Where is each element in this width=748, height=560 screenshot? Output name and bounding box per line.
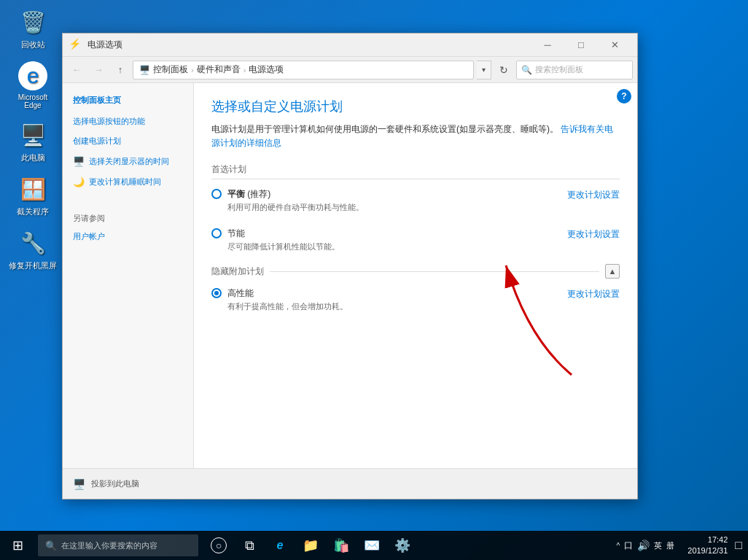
plan-item-highperf: 高性能 有利于提高性能，但会增加功耗。 更改计划设置 [211, 284, 620, 315]
notification-icon[interactable]: □ [735, 539, 742, 552]
edge-icon: e [18, 61, 47, 90]
plan-item-balanced: 平衡 (推荐) 利用可用的硬件自动平衡功耗与性能。 更改计划设置 [211, 185, 620, 216]
main-description: 电源计划是用于管理计算机如何使用电源的一套硬件和系统设置(如显示器亮度、睡眠等)… [211, 122, 620, 150]
balanced-info: 平衡 (推荐) 利用可用的硬件自动平衡功耗与性能。 [227, 188, 567, 213]
highperf-radio[interactable] [211, 288, 222, 298]
window-titlebar: ⚡ 电源选项 ─ □ ✕ [63, 34, 637, 57]
help-button[interactable]: ? [617, 89, 631, 104]
sidebar-create-plan[interactable]: 创建电源计划 [63, 131, 193, 151]
powersave-desc: 尽可能降低计算机性能以节能。 [227, 241, 567, 252]
footer-text: 投影到此电脑 [91, 478, 139, 489]
clock-date: 2019/12/31 [687, 545, 728, 556]
path-segment-2: 硬件和声音 [197, 63, 241, 76]
path-dropdown[interactable]: ▾ [477, 61, 491, 79]
system-tray: ^ 口 🔊 英 册 [611, 540, 681, 552]
sidebar-choose-power[interactable]: 选择电源按钮的功能 [63, 112, 193, 131]
ime-indicator[interactable]: 册 [666, 540, 674, 551]
desktop-icon-recycle[interactable]: 🗑️ 回收站 [7, 7, 58, 50]
programs-icon: 🪟 [18, 174, 47, 203]
taskbar-explorer[interactable]: 📁 [296, 531, 325, 560]
refresh-button[interactable]: ↻ [494, 61, 513, 79]
maximize-button[interactable]: □ [564, 34, 598, 57]
programs-label: 截关程序 [17, 206, 49, 217]
keyboard-icon: 口 [624, 540, 633, 552]
cortana-icon: ○ [211, 537, 227, 553]
show-hidden-icon[interactable]: ^ [617, 542, 620, 550]
main-content: ? 选择或自定义电源计划 电源计划是用于管理计算机如何使用电源的一套硬件和系统设… [194, 83, 637, 468]
desktop-icon-repair[interactable]: 🔧 修复开机黑屏 [7, 228, 58, 271]
path-segment-3: 电源选项 [249, 63, 284, 76]
start-button[interactable]: ⊞ [0, 531, 35, 560]
search-box[interactable]: 🔍 搜索控制面板 [516, 61, 633, 79]
powersave-change-link[interactable]: 更改计划设置 [567, 228, 620, 241]
taskbar-search-placeholder: 在这里输入你要搜索的内容 [61, 540, 157, 551]
main-title: 选择或自定义电源计划 [211, 98, 620, 115]
window-footer: 🖥️ 投影到此电脑 [63, 468, 637, 499]
window-title: 电源选项 [87, 39, 531, 51]
edge-label: MicrosoftEdge [18, 93, 48, 109]
sidebar-title[interactable]: 控制面板主页 [63, 92, 193, 112]
section-line [270, 271, 599, 272]
taskbar-search[interactable]: 🔍 在这里输入你要搜索的内容 [38, 534, 198, 556]
taskbar-right: ^ 口 🔊 英 册 17:42 2019/12/31 □ [611, 534, 748, 557]
taskbar-apps: ○ ⧉ e 📁 🛍️ ✉️ ⚙️ [204, 531, 417, 560]
desktop-icon-edge[interactable]: e MicrosoftEdge [7, 61, 58, 109]
path-icon: 🖥️ [139, 65, 150, 75]
monitor-icon: 🖥️ [73, 156, 85, 168]
balanced-desc: 利用可用的硬件自动平衡功耗与性能。 [227, 202, 567, 213]
mail-icon: ✉️ [364, 537, 380, 553]
sleep-icon: 🌙 [73, 176, 85, 188]
sidebar: 控制面板主页 选择电源按钮的功能 创建电源计划 🖥️ 选择关闭显示器的时间 🌙 … [63, 83, 194, 468]
language-indicator: 英 [654, 540, 662, 551]
highperf-info: 高性能 有利于提高性能，但会增加功耗。 [227, 287, 567, 312]
taskbar-edge[interactable]: e [265, 531, 295, 560]
hidden-section[interactable]: 隐藏附加计划 ▲ [211, 264, 620, 279]
volume-icon[interactable]: 🔊 [637, 540, 650, 551]
sidebar-choose-display[interactable]: 🖥️ 选择关闭显示器的时间 [63, 152, 193, 172]
window-controls: ─ □ ✕ [531, 34, 631, 57]
desktop-icon-computer[interactable]: 🖥️ 此电脑 [7, 120, 58, 163]
balanced-change-link[interactable]: 更改计划设置 [567, 189, 620, 201]
footer-icon: 🖥️ [73, 478, 85, 490]
highperf-change-link[interactable]: 更改计划设置 [567, 288, 620, 300]
preferred-section-title: 首选计划 [211, 163, 620, 179]
taskbar: ⊞ 🔍 在这里输入你要搜索的内容 ○ ⧉ e 📁 🛍️ ✉️ [0, 531, 748, 560]
balanced-name: 平衡 (推荐) [227, 188, 567, 201]
back-button[interactable]: ← [67, 61, 86, 79]
settings-icon: ⚙️ [394, 537, 410, 553]
balanced-radio[interactable] [211, 189, 222, 199]
recycle-bin-label: 回收站 [21, 39, 45, 50]
path-segment-1: 控制面板 [153, 63, 188, 76]
explorer-icon: 📁 [303, 537, 319, 553]
window-body: 控制面板主页 选择电源按钮的功能 创建电源计划 🖥️ 选择关闭显示器的时间 🌙 … [63, 83, 637, 468]
sidebar-sleep-time[interactable]: 🌙 更改计算机睡眠时间 [63, 172, 193, 192]
address-bar: ← → ↑ 🖥️ 控制面板 › 硬件和声音 › 电源选项 ▾ ↻ 🔍 搜索控制面… [63, 57, 637, 83]
store-icon: 🛍️ [333, 537, 349, 553]
powersave-name: 节能 [227, 228, 567, 240]
minimize-button[interactable]: ─ [531, 34, 564, 57]
plan-item-powersave: 节能 尽可能降低计算机性能以节能。 更改计划设置 [211, 225, 620, 255]
taskbar-clock[interactable]: 17:42 2019/12/31 [683, 534, 732, 557]
clock-time: 17:42 [687, 534, 728, 545]
up-button[interactable]: ↑ [111, 61, 130, 79]
taskbar-store[interactable]: 🛍️ [327, 531, 356, 560]
sidebar-user-account[interactable]: 用户帐户 [63, 227, 193, 246]
address-path[interactable]: 🖥️ 控制面板 › 硬件和声音 › 电源选项 [133, 61, 474, 79]
taskbar-task-view[interactable]: ⧉ [235, 531, 264, 560]
taskbar-settings[interactable]: ⚙️ [388, 531, 417, 560]
highperf-name: 高性能 [227, 287, 567, 300]
taskbar-cortana[interactable]: ○ [204, 531, 233, 560]
close-button[interactable]: ✕ [598, 34, 631, 57]
repair-icon: 🔧 [18, 228, 47, 257]
repair-label: 修复开机黑屏 [9, 260, 57, 271]
hidden-section-title: 隐藏附加计划 [211, 265, 264, 278]
desktop-icon-programs[interactable]: 🪟 截关程序 [7, 174, 58, 217]
desktop-icons: 🗑️ 回收站 e MicrosoftEdge 🖥️ 此电脑 🪟 截关程序 🔧 修… [7, 7, 58, 271]
section-chevron[interactable]: ▲ [605, 264, 620, 279]
powersave-radio[interactable] [211, 228, 222, 238]
desktop: 🗑️ 回收站 e MicrosoftEdge 🖥️ 此电脑 🪟 截关程序 🔧 修… [0, 0, 748, 560]
powersave-info: 节能 尽可能降低计算机性能以节能。 [227, 228, 567, 252]
forward-button[interactable]: → [89, 61, 108, 79]
taskbar-mail[interactable]: ✉️ [357, 531, 386, 560]
recycle-bin-icon: 🗑️ [18, 7, 47, 36]
